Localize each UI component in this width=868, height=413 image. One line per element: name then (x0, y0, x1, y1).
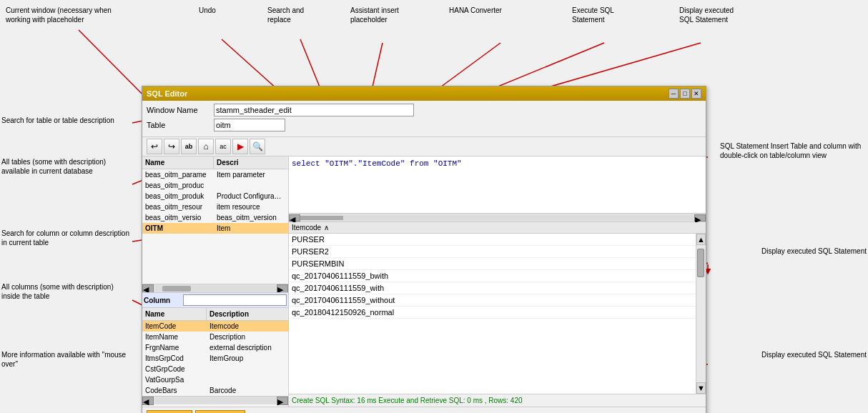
table-name-cell: beas_oitm_produc (142, 180, 214, 191)
annotation-search-column: Search for column or column description … (1, 229, 134, 247)
annotation-all-columns: All columns (some with description) insi… (1, 282, 134, 301)
col-desc-cell (207, 374, 285, 385)
bottom-bar: Cancel Execute ⤡ (142, 407, 706, 413)
search-replace-button[interactable]: ab (181, 139, 197, 154)
annotation-search-table: Search for table or table description (1, 116, 114, 125)
annotation-execute-sql: Execute SQLStatement (572, 6, 614, 24)
result-item[interactable]: PURSER2 (289, 246, 696, 258)
column-row[interactable]: VatGourpSa (142, 374, 288, 385)
main-content: Name Descri beas_oitm_parame Item parame… (142, 156, 706, 407)
result-header: Itemcode ∧ (289, 222, 706, 234)
table-hscroll[interactable]: ◀ ▶ (142, 284, 288, 292)
window-name-input[interactable] (214, 104, 414, 116)
right-panel: select "OITM"."ItemCode" from "OITM" ◀ ▶… (289, 156, 706, 407)
col-desc-cell: external description (207, 342, 285, 353)
annotation-undo: Undo (199, 6, 216, 15)
table-row[interactable]: beas_oitm_versio beas_oitm_version (142, 212, 288, 223)
display-sql-button[interactable]: 🔍 (250, 139, 265, 154)
redo-button[interactable]: ↪ (164, 139, 179, 154)
result-vscroll[interactable]: ▲ ▼ (696, 234, 706, 394)
result-item[interactable]: qc_20170406111559_bwith (289, 270, 696, 282)
col-name-cell: CodeBars (142, 385, 207, 396)
annotation-display-sql: Display executedSQL Statement (679, 6, 734, 24)
table-row-selected[interactable]: OITM Item (142, 223, 288, 234)
table-row[interactable]: beas_oitm_produc (142, 180, 288, 191)
vscroll-up[interactable]: ▲ (696, 234, 706, 245)
result-item[interactable]: PURSER (289, 234, 696, 246)
hana-button[interactable]: ac (215, 139, 231, 154)
scroll-thumb (162, 286, 191, 292)
table-name-cell: beas_oitm_parame (142, 169, 214, 180)
window-title: SQL Editor (147, 89, 187, 98)
maximize-button[interactable]: □ (680, 89, 690, 99)
table-name-cell: OITM (142, 223, 214, 234)
result-item[interactable]: qc_20170406111559_with (289, 282, 696, 294)
col-name-cell: ItemCode (142, 321, 207, 332)
scroll-left-btn[interactable]: ◀ (142, 284, 154, 293)
table-desc-cell: item resource (214, 201, 285, 212)
result-item[interactable]: PURSERMBIN (289, 258, 696, 270)
col-scroll-track[interactable] (155, 398, 275, 404)
column-row[interactable]: ItmsGrpCod ItemGroup (142, 353, 288, 364)
column-row[interactable]: FrgnName external description (142, 342, 288, 353)
column-hscroll[interactable]: ◀ ▶ (142, 396, 288, 404)
sql-hscroll[interactable]: ◀ ▶ (289, 214, 706, 222)
result-list[interactable]: PURSER PURSER2 PURSERMBIN qc_20170406111… (289, 234, 696, 394)
col-name-cell: VatGourpSa (142, 374, 207, 385)
col-name-header: Name (142, 308, 207, 320)
table-input[interactable] (214, 119, 285, 131)
table-list[interactable]: beas_oitm_parame Item parameter beas_oit… (142, 169, 288, 284)
minimize-button[interactable]: ─ (669, 89, 679, 99)
scroll-track[interactable] (155, 286, 275, 292)
sql-scroll-thumb (300, 216, 343, 220)
window-name-row: Window Name (147, 104, 701, 116)
titlebar: SQL Editor ─ □ ✕ (142, 86, 706, 101)
col-scroll-left[interactable]: ◀ (142, 397, 154, 405)
undo-button[interactable]: ↩ (147, 139, 162, 154)
table-row[interactable]: beas_oitm_parame Item parameter (142, 169, 288, 180)
column-row[interactable]: ItemName Description (142, 332, 288, 342)
table-row[interactable]: beas_oitm_produk Product Configurator de… (142, 191, 288, 201)
cancel-button[interactable]: Cancel (147, 410, 192, 413)
col-scroll-right[interactable]: ▶ (277, 397, 288, 405)
sql-scroll-left[interactable]: ◀ (289, 214, 300, 222)
execute-button[interactable]: Execute (195, 410, 245, 413)
column-list[interactable]: ItemCode Itemcode ItemName Description F… (142, 321, 288, 396)
annotation-more-info: More information available with "mouse o… (1, 350, 134, 369)
placeholder-button[interactable]: ⌂ (198, 139, 214, 154)
col-desc-cell: Description (207, 332, 285, 342)
vscroll-down[interactable]: ▼ (696, 382, 706, 394)
annotation-display-sql-right1: Display executed SQL Statement (761, 247, 867, 256)
scroll-right-btn[interactable]: ▶ (277, 284, 288, 293)
annotation-search-replace: Search andreplace (267, 6, 304, 24)
sql-text-area[interactable]: select "OITM"."ItemCode" from "OITM" (289, 156, 706, 214)
table-name-cell: beas_oitm_versio (142, 212, 214, 223)
col-desc-header: Description (207, 308, 285, 320)
column-row[interactable]: ItemCode Itemcode (142, 321, 288, 332)
col-name-cell: ItmsGrpCod (142, 353, 207, 364)
resize-handle[interactable]: ⤡ (692, 411, 701, 414)
vscroll-track[interactable] (696, 245, 706, 382)
result-item[interactable]: qc_20180412150926_normal (289, 307, 696, 319)
col-name-cell: FrgnName (142, 342, 207, 353)
column-search-input[interactable] (183, 294, 287, 306)
window-name-label: Window Name (147, 106, 211, 114)
sql-form: Window Name Table (142, 101, 706, 137)
annotation-current-window: Current window (necessary when working w… (6, 6, 120, 24)
col-desc-cell: Itemcode (207, 321, 285, 332)
execute-sql-button[interactable]: ▶ (232, 139, 248, 154)
bottom-buttons: Cancel Execute (147, 410, 245, 413)
column-row[interactable]: CodeBars Barcode (142, 385, 288, 396)
vscroll-thumb (697, 249, 704, 277)
sql-scroll-track[interactable] (300, 216, 694, 220)
close-button[interactable]: ✕ (691, 89, 701, 99)
status-bar: Create SQL Syntax: 16 ms Execute and Ret… (289, 394, 706, 407)
column-row[interactable]: CstGrpCode (142, 364, 288, 374)
table-row[interactable]: beas_oitm_resour item resource (142, 201, 288, 212)
sql-scroll-right[interactable]: ▶ (694, 214, 706, 222)
col-desc-cell (207, 364, 285, 374)
result-item[interactable]: qc_20170406111559_without (289, 294, 696, 307)
sort-icon[interactable]: ∧ (324, 224, 329, 232)
annotation-assistant: Assistant insertplaceholder (350, 6, 399, 24)
table-label: Table (147, 121, 211, 129)
